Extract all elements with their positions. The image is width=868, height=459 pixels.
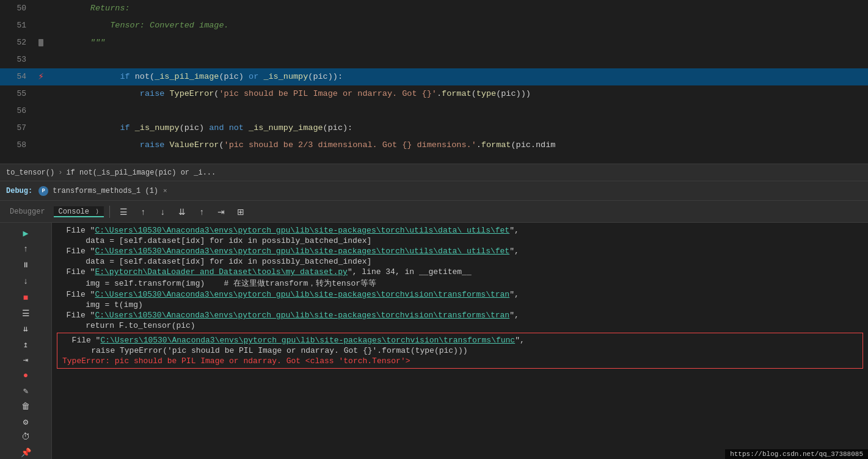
console-line-4: data = [self.dataset[idx] for idx in pos…	[52, 256, 868, 267]
btn-down[interactable]: ↓	[155, 204, 170, 220]
debug-panel: Debug: P transforms_methods_1 (1) × Debu…	[0, 181, 868, 459]
line-content-53: if not(_is_pil_image(pic) or _is_numpy(p…	[48, 51, 868, 68]
console-output[interactable]: File "C:\Users\10530\Anaconda3\envs\pyto…	[52, 223, 868, 459]
sidebar-btn-pause[interactable]: ⏸	[18, 258, 34, 273]
line-number-53: 53	[0, 51, 34, 68]
breadcrumb-bar: to_tensor() › if not(_is_pil_image(pic) …	[0, 164, 868, 181]
debug-tab-group: P transforms_methods_1 (1) ×	[38, 186, 167, 196]
sidebar-btn-run-to[interactable]: ⇥	[18, 353, 34, 366]
debug-label: Debug:	[6, 187, 32, 195]
breadcrumb-item-1[interactable]: to_tensor()	[6, 168, 54, 177]
line-number-58: 58	[0, 137, 34, 154]
debug-tab-label[interactable]: transforms_methods_1 (1)	[53, 187, 158, 195]
code-line-56: 56 if _is_numpy(pic) and not _is_numpy_i…	[0, 103, 868, 120]
error-box-line-2: raise TypeError('pic should be PIL Image…	[57, 345, 863, 356]
line-gutter-52	[34, 34, 48, 51]
code-editor: 50 Returns: 51 Tensor: Converted image. …	[0, 0, 868, 164]
line-gutter-50	[34, 0, 48, 17]
error-box-line-1: File "C:\Users\10530\Anaconda3\envs\pyto…	[57, 335, 863, 345]
python-icon: P	[38, 186, 48, 196]
code-line-50: 50 Returns:	[0, 0, 868, 17]
sidebar-btn-play[interactable]: ▶	[18, 226, 34, 240]
line-number-57: 57	[0, 120, 34, 137]
console-area: ▶ ↑ ⏸ ↓ ■ ☰ ⇊ ↥ ⇥ ● ✎ 🗑 ⚙ ⏱ 📌 File "C:\U…	[0, 223, 868, 459]
console-line-9: File "C:\Users\10530\Anaconda3\envs\pyto…	[52, 310, 868, 320]
line-gutter-53	[34, 51, 48, 68]
btn-step-out[interactable]: ↑	[194, 204, 210, 220]
code-line-57: 57 raise ValueError('pic should be 2/3 d…	[0, 120, 868, 137]
error-box: File "C:\Users\10530\Anaconda3\envs\pyto…	[57, 333, 863, 369]
sidebar-btn-edit[interactable]: ✎	[18, 384, 34, 397]
line-content-52: """	[48, 34, 868, 51]
line-gutter-57	[34, 120, 48, 137]
line-content-57: raise ValueError('pic should be 2/3 dime…	[48, 120, 868, 137]
code-line-52: 52 """	[0, 34, 868, 51]
error-box-line-3: TypeError: pic should be PIL Image or nd…	[57, 356, 863, 366]
btn-frames-table[interactable]: ⊞	[233, 204, 249, 220]
code-line-58: 58	[0, 137, 868, 154]
console-line-8: img = t(img)	[52, 300, 868, 310]
line-number-56: 56	[0, 103, 34, 120]
tab-console-label: Console	[59, 208, 89, 216]
line-content-50: Returns:	[48, 0, 868, 17]
btn-step-into[interactable]: ⇊	[174, 204, 190, 220]
sidebar-btn-down[interactable]: ↓	[18, 273, 34, 289]
line-number-55: 55	[0, 85, 34, 103]
tab-debugger-label: Debugger	[10, 208, 45, 216]
line-number-50: 50	[0, 0, 34, 17]
console-arrow: ⟩	[95, 209, 99, 215]
console-line-3: File "C:\Users\10530\Anaconda3\envs\pyto…	[52, 246, 868, 256]
btn-up[interactable]: ↑	[135, 204, 151, 220]
code-line-51: 51 Tensor: Converted image.	[0, 17, 868, 34]
debug-tab-close[interactable]: ×	[163, 187, 167, 195]
breadcrumb-item-2[interactable]: if not(_is_pil_image(pic) or _i...	[66, 168, 216, 177]
line-number-52: 52	[0, 34, 34, 51]
breadcrumb-separator: ›	[58, 168, 62, 177]
console-line-6: img = self.transform(img) # 在这里做transfor…	[52, 277, 868, 289]
console-line-2: data = [self.dataset[idx] for idx in pos…	[52, 236, 868, 246]
sidebar-btn-pin[interactable]: 📌	[18, 446, 34, 459]
line-content-54: raise TypeError('pic should be PIL Image…	[48, 68, 868, 85]
bookmark-icon	[37, 39, 45, 46]
debug-header: Debug: P transforms_methods_1 (1) ×	[0, 181, 868, 201]
sidebar-btn-dot[interactable]: ●	[18, 369, 34, 382]
console-line-10: return F.to_tensor(pic)	[52, 320, 868, 331]
code-line-53: 53 if not(_is_pil_image(pic) or _is_nump…	[0, 51, 868, 68]
line-content-56: if _is_numpy(pic) and not _is_numpy_imag…	[48, 103, 868, 120]
left-sidebar: ▶ ↑ ⏸ ↓ ■ ☰ ⇊ ↥ ⇥ ● ✎ 🗑 ⚙ ⏱ 📌	[0, 223, 52, 459]
line-gutter-55	[34, 85, 48, 103]
btn-run-cursor[interactable]: ⇥	[213, 204, 229, 220]
line-content-55	[48, 85, 868, 103]
line-gutter-56	[34, 103, 48, 120]
sidebar-btn-clock[interactable]: ⏱	[18, 430, 34, 444]
line-number-51: 51	[0, 17, 34, 34]
sidebar-btn-frames[interactable]: ☰	[18, 306, 34, 320]
sidebar-btn-step-out[interactable]: ↥	[18, 338, 34, 351]
console-line-5: File "E:\pytorch\DataLoader and Dataset\…	[52, 267, 868, 277]
sidebar-btn-stop[interactable]: ■	[18, 291, 34, 305]
sidebar-btn-step-into[interactable]: ⇊	[18, 322, 34, 336]
console-line-7: File "C:\Users\10530\Anaconda3\envs\pyto…	[52, 289, 868, 300]
svg-rect-0	[38, 39, 43, 46]
sidebar-btn-up[interactable]: ↑	[18, 242, 34, 255]
btn-frames[interactable]: ☰	[115, 204, 131, 220]
tab-debugger[interactable]: Debugger	[5, 206, 50, 217]
line-gutter-58	[34, 137, 48, 154]
console-line-1: File "C:\Users\10530\Anaconda3\envs\pyto…	[52, 225, 868, 236]
line-content-51: Tensor: Converted image.	[48, 17, 868, 34]
url-bar: https://blog.csdn.net/qq_37388085	[725, 449, 868, 459]
line-number-54: 54	[0, 68, 34, 85]
line-gutter-51	[34, 17, 48, 34]
sidebar-btn-delete[interactable]: 🗑	[18, 400, 34, 413]
tab-console[interactable]: Console ⟩	[54, 206, 104, 217]
sidebar-btn-settings[interactable]: ⚙	[18, 415, 34, 428]
debug-toolbar: Debugger Console ⟩ ☰ ↑ ↓ ⇊ ↑ ⇥ ⊞	[0, 201, 868, 223]
line-gutter-54: ⚡	[34, 68, 48, 85]
code-line-54: 54 ⚡ raise TypeError('pic should be PIL …	[0, 68, 868, 85]
line-content-58	[48, 137, 868, 154]
code-line-55: 55	[0, 85, 868, 103]
toolbar-sep-1	[109, 206, 110, 218]
